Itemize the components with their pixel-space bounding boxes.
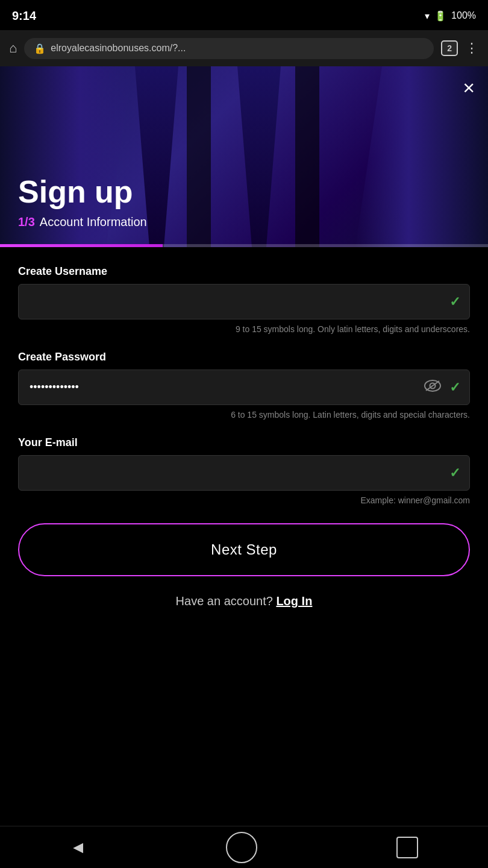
progress-bar-fill — [0, 244, 163, 247]
vertical-bar-2 — [295, 66, 319, 247]
browser-tab-count[interactable]: 2 — [441, 40, 458, 56]
status-time: 9:14 — [12, 9, 36, 23]
next-step-button[interactable]: Next Step — [18, 523, 470, 576]
email-label: Your E-mail — [18, 436, 470, 449]
page-title: Sign up — [18, 175, 147, 209]
username-label: Create Username — [18, 265, 470, 278]
back-button[interactable]: ◄ — [70, 838, 87, 857]
battery-percent: 100% — [451, 10, 476, 21]
form-section: Create Username ✓ 9 to 15 symbols long. … — [0, 247, 488, 632]
battery-icon: 🔋 — [434, 10, 446, 22]
password-hint: 6 to 15 symbols long. Latin letters, dig… — [18, 410, 470, 420]
password-input[interactable] — [18, 370, 470, 405]
close-button[interactable]: × — [463, 77, 475, 98]
svg-line-2 — [426, 381, 439, 391]
recents-button[interactable] — [396, 837, 418, 858]
hero-content: Sign up 1/3 Account Information — [18, 175, 147, 229]
password-eye-icon[interactable] — [424, 380, 441, 395]
browser-url-text: elroyalecasinobonuses.com/?... — [51, 43, 186, 54]
password-input-wrapper: ✓ — [18, 370, 470, 405]
browser-url-bar[interactable]: 🔒 elroyalecasinobonuses.com/?... — [24, 38, 434, 59]
username-field-group: Create Username ✓ 9 to 15 symbols long. … — [18, 265, 470, 334]
password-label: Create Password — [18, 351, 470, 363]
password-check-icon: ✓ — [449, 380, 460, 395]
progress-bar-container — [0, 244, 488, 247]
step-indicator: 1/3 Account Information — [18, 215, 147, 229]
username-input[interactable] — [18, 284, 470, 319]
password-field-group: Create Password ✓ 6 to 15 symbols long. … — [18, 351, 470, 420]
email-check-icon: ✓ — [449, 465, 460, 481]
username-check-icon: ✓ — [449, 294, 460, 310]
step-label: Account Information — [40, 215, 147, 229]
wifi-icon: ▾ — [425, 10, 430, 22]
login-section: Have an account? Log In — [18, 594, 470, 620]
lock-icon: 🔒 — [34, 43, 46, 54]
email-hint: Example: winner@gmail.com — [18, 495, 470, 505]
browser-bar: ⌂ 🔒 elroyalecasinobonuses.com/?... 2 ⋮ — [0, 30, 488, 66]
vertical-bar-1 — [187, 66, 211, 247]
hero-section: × Sign up 1/3 Account Information — [0, 66, 488, 247]
browser-home-icon[interactable]: ⌂ — [9, 40, 17, 56]
step-current: 1/3 — [18, 215, 35, 229]
browser-menu-icon[interactable]: ⋮ — [465, 40, 479, 56]
have-account-text: Have an account? Log In — [176, 594, 313, 608]
username-hint: 9 to 15 symbols long. Only latin letters… — [18, 324, 470, 334]
email-input-wrapper: ✓ — [18, 455, 470, 491]
email-input[interactable] — [18, 455, 470, 491]
bottom-nav: ◄ — [0, 826, 488, 868]
status-icons: ▾ 🔋 100% — [425, 10, 476, 22]
login-link[interactable]: Log In — [276, 594, 312, 608]
status-bar: 9:14 ▾ 🔋 100% — [0, 0, 488, 30]
username-input-wrapper: ✓ — [18, 284, 470, 319]
curtain-center-right — [223, 66, 295, 247]
email-field-group: Your E-mail ✓ Example: winner@gmail.com — [18, 436, 470, 505]
home-button[interactable] — [226, 832, 257, 863]
